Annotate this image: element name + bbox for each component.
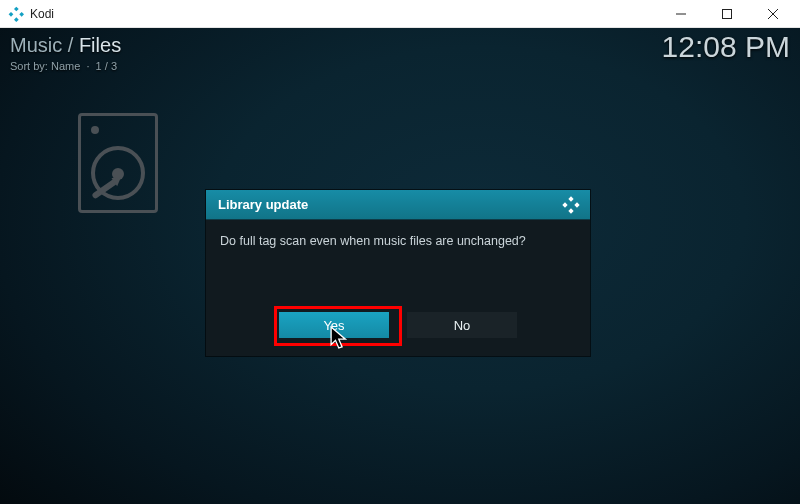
clock: 12:08 PM [662, 30, 790, 64]
no-button[interactable]: No [407, 312, 517, 338]
svg-rect-8 [568, 196, 573, 201]
breadcrumb-root: Music [10, 34, 62, 56]
window-titlebar: Kodi [0, 0, 800, 28]
kodi-logo-icon [562, 196, 580, 214]
kodi-app-icon [8, 6, 24, 22]
yes-button[interactable]: Yes [279, 312, 389, 338]
kodi-client-area: Music / Files Sort by: Name · 1 / 3 12:0… [0, 28, 800, 504]
dialog-title: Library update [218, 197, 308, 212]
breadcrumb-current: Files [79, 34, 121, 56]
svg-rect-9 [562, 202, 567, 207]
hard-drive-icon [78, 113, 158, 213]
svg-rect-2 [14, 17, 19, 22]
svg-rect-11 [574, 202, 579, 207]
dialog-header: Library update [206, 190, 590, 220]
dialog-actions: Yes No [206, 300, 590, 356]
svg-rect-5 [723, 9, 732, 18]
dialog-message: Do full tag scan even when music files a… [206, 220, 590, 300]
minimize-button[interactable] [658, 0, 704, 28]
svg-rect-3 [19, 11, 24, 16]
svg-rect-10 [568, 208, 573, 213]
window-title: Kodi [30, 7, 54, 21]
sort-label: Sort by: Name [10, 60, 80, 72]
maximize-button[interactable] [704, 0, 750, 28]
close-button[interactable] [750, 0, 796, 28]
list-subheader: Sort by: Name · 1 / 3 [10, 60, 117, 72]
library-update-dialog: Library update Do full tag scan even whe… [206, 190, 590, 356]
svg-rect-0 [14, 6, 19, 11]
window-controls [658, 0, 796, 28]
position-indicator: 1 / 3 [96, 60, 117, 72]
svg-rect-1 [9, 11, 14, 16]
breadcrumb: Music / Files [10, 34, 121, 57]
